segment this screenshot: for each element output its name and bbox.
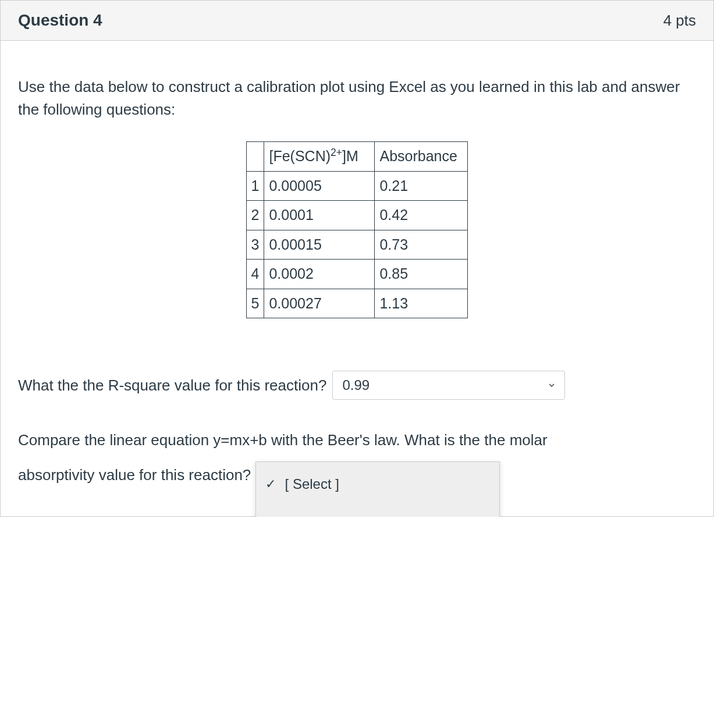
cell-concentration: 0.0002 (264, 260, 375, 289)
q1-select[interactable]: 0.99 (332, 371, 565, 400)
cell-absorbance: 1.13 (375, 289, 468, 318)
cell-index: 4 (246, 260, 264, 289)
chevron-down-icon (547, 375, 556, 396)
cell-index: 2 (246, 201, 264, 230)
question-header: Question 4 4 pts (1, 1, 713, 41)
q1-prompt: What the the R-square value for this rea… (18, 374, 326, 397)
q1-row: What the the R-square value for this rea… (18, 371, 696, 400)
cell-index: 1 (246, 171, 264, 201)
q2-prompt-part2: absorptivity value for this reaction? (18, 466, 251, 484)
q1-selected-value: 0.99 (342, 375, 370, 396)
table-row: 1 0.00005 0.21 (246, 171, 468, 201)
cell-absorbance: 0.85 (375, 260, 468, 289)
instructions-text: Use the data below to construct a calibr… (18, 76, 696, 121)
q2-select-wrapper: [ Select ] [ Select ] 4113 4512 3795 406… (255, 461, 500, 491)
cell-concentration: 0.00027 (264, 289, 375, 318)
question-points: 4 pts (663, 12, 696, 30)
q2-option[interactable]: 4113 (256, 506, 499, 516)
data-table-wrapper: [Fe(SCN)2+]M Absorbance 1 0.00005 0.21 2… (18, 141, 696, 318)
q2-row: Compare the linear equation y=mx+b with … (18, 423, 696, 493)
cell-index: 3 (246, 230, 264, 260)
cell-concentration: 0.00015 (264, 230, 375, 260)
cell-absorbance: 0.21 (375, 171, 468, 201)
header-absorbance: Absorbance (375, 142, 468, 172)
table-header-row: [Fe(SCN)2+]M Absorbance (246, 142, 468, 172)
table-row: 5 0.00027 1.13 (246, 289, 468, 318)
question-title: Question 4 (18, 11, 102, 30)
table-row: 2 0.0001 0.42 (246, 201, 468, 230)
q2-dropdown-list: [ Select ] 4113 4512 3795 4065 4307 (255, 461, 500, 517)
q2-option-placeholder[interactable]: [ Select ] (256, 462, 499, 506)
data-table: [Fe(SCN)2+]M Absorbance 1 0.00005 0.21 2… (246, 141, 468, 318)
cell-concentration: 0.0001 (264, 201, 375, 230)
cell-index: 5 (246, 289, 264, 318)
cell-absorbance: 0.42 (375, 201, 468, 230)
cell-absorbance: 0.73 (375, 230, 468, 260)
table-row: 4 0.0002 0.85 (246, 260, 468, 289)
q2-prompt-part1: Compare the linear equation y=mx+b with … (18, 431, 548, 449)
header-concentration: [Fe(SCN)2+]M (264, 142, 375, 172)
header-index (246, 142, 264, 172)
table-row: 3 0.00015 0.73 (246, 230, 468, 260)
question-body: Use the data below to construct a calibr… (1, 41, 713, 516)
question-container: Question 4 4 pts Use the data below to c… (0, 0, 714, 517)
cell-concentration: 0.00005 (264, 171, 375, 201)
